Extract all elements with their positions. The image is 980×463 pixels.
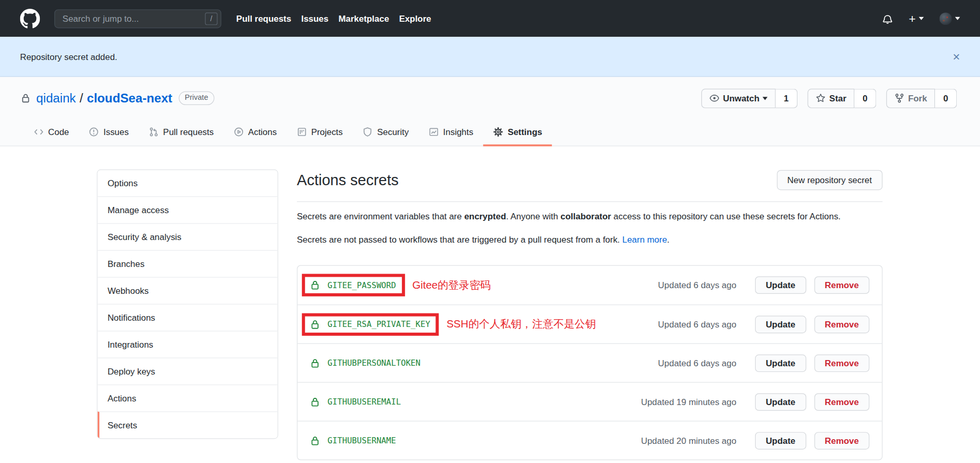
tab-actions[interactable]: Actions: [224, 118, 287, 146]
update-button[interactable]: Update: [755, 316, 806, 333]
tab-issues[interactable]: Issues: [79, 118, 139, 146]
page-body: Options Manage access Security & analysi…: [0, 146, 980, 460]
secret-row-actions: Updated 6 days ago Update Remove: [658, 316, 869, 333]
lock-icon: [310, 280, 320, 290]
sidebar-item-notifications[interactable]: Notifications: [98, 304, 278, 331]
secret-chip: GITHUBUSEREMAIL: [310, 397, 401, 407]
update-button[interactable]: Update: [755, 432, 806, 450]
tab-label: Issues: [103, 127, 129, 137]
social-button-label: Star: [830, 93, 847, 103]
unwatch[interactable]: Unwatch: [701, 88, 776, 108]
social-count[interactable]: 0: [935, 88, 957, 108]
sidebar-item-actions[interactable]: Actions: [98, 384, 278, 411]
repo-separator: /: [80, 91, 83, 106]
shield-icon: [363, 127, 372, 137]
sidebar-item-deploy-keys[interactable]: Deploy keys: [98, 357, 278, 384]
star-icon: [816, 93, 825, 103]
repo-owner-link[interactable]: qidaink: [36, 91, 76, 106]
secret-name: GITHUBUSERNAME: [327, 436, 396, 445]
social-count[interactable]: 1: [776, 88, 797, 108]
update-button[interactable]: Update: [755, 393, 806, 411]
sidebar-item-branches[interactable]: Branches: [98, 250, 278, 277]
new-repository-secret-button[interactable]: New repository secret: [777, 170, 883, 190]
tab-security[interactable]: Security: [353, 118, 419, 146]
remove-button[interactable]: Remove: [814, 354, 869, 372]
tab-label: Projects: [311, 127, 343, 137]
secrets-fork-note: Secrets are not passed to workflows that…: [297, 233, 882, 246]
remove-button[interactable]: Remove: [814, 276, 869, 294]
close-icon[interactable]: ×: [953, 50, 960, 63]
lock-icon: [310, 397, 320, 407]
update-button[interactable]: Update: [755, 354, 806, 372]
search-box: /: [54, 9, 221, 28]
chevron-down-icon: [919, 17, 924, 20]
nav-issues[interactable]: Issues: [301, 13, 328, 23]
repo-name-link[interactable]: cloudSea-next: [87, 91, 172, 106]
updated-timestamp: Updated 6 days ago: [658, 358, 736, 368]
secret-row-gitee-rsa-private-key: GITEE_RSA_PRIVATE_KEY SSH的个人私钥，注意不是公钥 Up…: [297, 305, 882, 343]
updated-timestamp: Updated 20 minutes ago: [641, 436, 736, 445]
fork[interactable]: Fork: [886, 88, 936, 108]
tab-label: Code: [48, 127, 69, 137]
sidebar-item-security-analysis[interactable]: Security & analysis: [98, 223, 278, 250]
create-new-button[interactable]: +: [909, 12, 924, 24]
tab-pull-requests[interactable]: Pull requests: [139, 118, 223, 146]
remove-button[interactable]: Remove: [814, 316, 869, 333]
secret-chip: GITEE_PASSWORD: [310, 280, 396, 290]
eye-icon: [709, 93, 719, 103]
github-logo[interactable]: [20, 8, 40, 28]
pr-icon: [149, 127, 159, 137]
star[interactable]: Star: [807, 88, 854, 108]
remove-button[interactable]: Remove: [814, 432, 869, 450]
plus-icon: +: [909, 12, 915, 24]
update-button[interactable]: Update: [755, 276, 806, 294]
sidebar-item-webhooks[interactable]: Webhooks: [98, 277, 278, 304]
sidebar-item-manage-access[interactable]: Manage access: [98, 197, 278, 223]
flash-message: Repository secret added.: [20, 52, 117, 62]
tab-insights[interactable]: Insights: [419, 118, 484, 146]
secret-chip: GITHUBUSERNAME: [310, 436, 396, 445]
lock-icon: [310, 436, 320, 445]
secret-row-gitee-password: GITEE_PASSWORD Gitee的登录密码 Updated 6 days…: [297, 266, 882, 305]
search-input[interactable]: [54, 9, 221, 28]
main-content: Actions secrets New repository secret Se…: [297, 170, 882, 460]
nav-marketplace[interactable]: Marketplace: [338, 13, 389, 23]
tab-settings[interactable]: Settings: [483, 118, 552, 146]
secret-row-actions: Updated 20 minutes ago Update Remove: [641, 432, 869, 450]
secret-chip: GITHUBPERSONALTOKEN: [310, 358, 420, 368]
secret-name: GITEE_PASSWORD: [327, 280, 396, 290]
secret-name: GITEE_RSA_PRIVATE_KEY: [327, 320, 430, 329]
header-right: +: [882, 12, 960, 25]
nav-explore[interactable]: Explore: [399, 13, 431, 23]
social-button-group: Fork 0: [886, 88, 957, 108]
github-header: / Pull requests Issues Marketplace Explo…: [0, 0, 980, 37]
bell-icon[interactable]: [882, 13, 893, 24]
user-menu[interactable]: [940, 12, 960, 25]
repo-header: qidaink / cloudSea-next Private Unwatch …: [0, 77, 980, 146]
repo-tabs: Code Issues Pull requests Actions: [14, 118, 980, 145]
secret-row-githubusername: GITHUBUSERNAME Updated 20 minutes ago Up…: [297, 421, 882, 459]
tab-label: Security: [377, 127, 409, 137]
avatar: [940, 12, 952, 25]
social-count[interactable]: 0: [854, 88, 876, 108]
sidebar-item-integrations[interactable]: Integrations: [98, 331, 278, 357]
tab-code[interactable]: Code: [24, 118, 79, 146]
play-icon: [234, 127, 244, 137]
project-icon: [297, 127, 307, 137]
tab-label: Pull requests: [163, 127, 214, 137]
secrets-list: GITEE_PASSWORD Gitee的登录密码 Updated 6 days…: [297, 265, 882, 460]
chevron-down-icon: [955, 17, 960, 20]
sidebar-item-options[interactable]: Options: [98, 170, 278, 197]
nav-pull-requests[interactable]: Pull requests: [236, 13, 291, 23]
slash-shortcut-key: /: [205, 12, 217, 25]
remove-button[interactable]: Remove: [814, 393, 869, 411]
sidebar-item-secrets[interactable]: Secrets: [98, 411, 278, 438]
social-button-group: Unwatch 1: [701, 88, 797, 108]
learn-more-link[interactable]: Learn more: [622, 234, 667, 244]
repo-social-actions: Unwatch 1 Star 0: [701, 88, 957, 108]
issue-icon: [89, 127, 99, 137]
secret-name: GITHUBPERSONALTOKEN: [327, 359, 420, 368]
tab-label: Settings: [508, 127, 542, 137]
code-icon: [34, 127, 43, 137]
tab-projects[interactable]: Projects: [287, 118, 353, 146]
